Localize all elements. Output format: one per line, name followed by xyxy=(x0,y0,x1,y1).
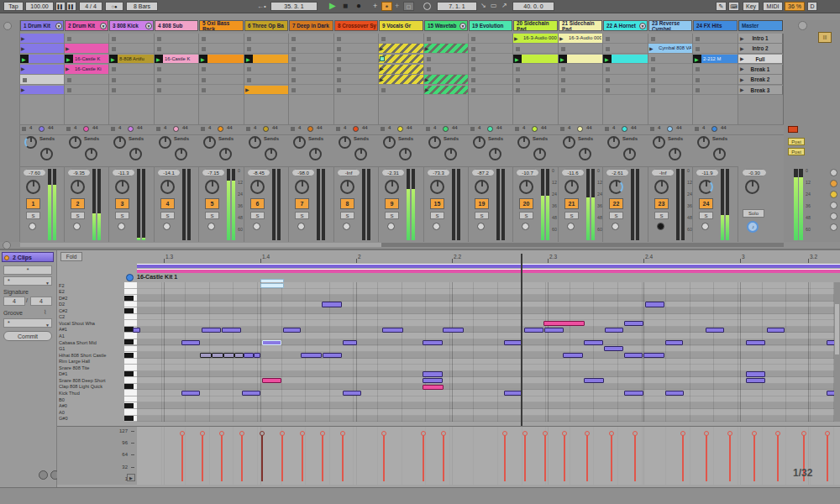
track-stop-button[interactable] xyxy=(381,127,385,131)
send-a-knob[interactable] xyxy=(159,136,171,149)
clip-stop-button[interactable] xyxy=(247,67,251,71)
track-stop-button[interactable] xyxy=(111,127,115,131)
velocity-stem[interactable] xyxy=(634,435,636,481)
clip-stop-button[interactable] xyxy=(157,67,161,71)
clip-slot[interactable] xyxy=(469,65,512,75)
clip-slot[interactable] xyxy=(424,34,468,44)
piano-key-black[interactable] xyxy=(124,296,134,301)
velocity-stem-head[interactable] xyxy=(562,431,567,436)
clip-launch-button[interactable]: ▶ xyxy=(65,55,73,64)
volume-value[interactable]: -2.31 xyxy=(381,169,405,176)
track-stop-button[interactable] xyxy=(336,127,340,131)
clip-slot[interactable] xyxy=(109,65,154,75)
piano-key[interactable] xyxy=(124,396,137,403)
clip-slot[interactable] xyxy=(424,55,468,65)
fold-group-icon[interactable]: ▾ xyxy=(55,23,62,29)
clip-launch-button[interactable]: ▶ xyxy=(380,66,384,71)
clip-slot[interactable]: ▶ xyxy=(20,55,64,65)
clip-stop-button[interactable] xyxy=(67,37,71,41)
velocity-stem-head[interactable] xyxy=(219,431,224,436)
clip-slot[interactable] xyxy=(559,75,602,85)
clip-stop-button[interactable] xyxy=(157,88,161,92)
clip-slot[interactable] xyxy=(289,34,333,44)
clip-launch-button[interactable]: ▶ xyxy=(66,45,70,51)
velocity-stem-head[interactable] xyxy=(609,431,614,436)
clip-slot[interactable] xyxy=(559,65,602,75)
clip-stop-button[interactable] xyxy=(606,47,610,51)
clip-launch-button[interactable]: ▶ xyxy=(109,55,118,64)
pan-knob[interactable] xyxy=(115,180,129,194)
arm-button[interactable] xyxy=(567,223,575,230)
clip-slot[interactable] xyxy=(289,55,333,65)
send-a-knob[interactable] xyxy=(563,136,575,149)
fold-group-icon[interactable]: ▾ xyxy=(145,23,152,29)
pan-knob[interactable] xyxy=(699,180,713,194)
midi-note[interactable] xyxy=(645,302,664,307)
volume-value[interactable]: -10.7 xyxy=(516,169,539,176)
clip-slot[interactable]: ▶ xyxy=(244,86,288,96)
clip-stop-button[interactable] xyxy=(471,47,475,51)
clip-slot[interactable] xyxy=(199,86,244,96)
clip-slot[interactable]: ▶ xyxy=(20,44,64,54)
midi-note[interactable] xyxy=(665,340,683,345)
send-a-knob[interactable] xyxy=(697,136,710,149)
arm-button[interactable] xyxy=(477,223,485,230)
send-b-knob[interactable] xyxy=(40,148,53,160)
clip-slot[interactable]: ▶ xyxy=(424,44,468,54)
clip-launch-button[interactable]: ▶ xyxy=(380,76,384,82)
clip-stop-button[interactable] xyxy=(651,78,655,82)
volume-value[interactable]: -14.1 xyxy=(157,169,181,176)
solo-button[interactable]: S xyxy=(250,212,265,219)
mixer-section-toggle[interactable] xyxy=(830,169,837,176)
pan-knob[interactable] xyxy=(609,180,623,194)
clip-slot[interactable] xyxy=(334,65,378,75)
velocity-stem[interactable] xyxy=(261,435,263,481)
clip-slot[interactable] xyxy=(155,34,198,44)
clip-slot[interactable] xyxy=(65,75,108,85)
show-browser-button[interactable] xyxy=(3,22,12,30)
track-stop-button[interactable] xyxy=(470,127,475,131)
track-activator[interactable]: 9 xyxy=(385,198,399,209)
track-header-3-808-kick[interactable]: 3 808 Kick▾ xyxy=(109,20,154,31)
velocity-stem-head[interactable] xyxy=(340,431,345,436)
pan-knob[interactable] xyxy=(385,180,399,194)
signature-denominator[interactable]: 4 xyxy=(30,297,52,306)
volume-value[interactable]: -Inf xyxy=(651,169,675,176)
arm-button[interactable] xyxy=(701,223,709,230)
send-b-knob[interactable] xyxy=(219,148,232,160)
clip-name-field[interactable]: * xyxy=(3,265,52,275)
velocity-stem[interactable] xyxy=(202,435,203,481)
send-a-knob[interactable] xyxy=(69,136,81,149)
clip-slot[interactable] xyxy=(469,86,512,96)
clip-slot[interactable] xyxy=(603,34,648,44)
clip-slot[interactable] xyxy=(603,65,648,75)
volume-value[interactable]: -Inf xyxy=(337,169,360,176)
velocity-stem-head[interactable] xyxy=(680,431,685,436)
send-b-knob[interactable] xyxy=(444,148,457,160)
velocity-stem[interactable] xyxy=(302,435,303,481)
clip-stop-button[interactable] xyxy=(23,78,27,82)
velocity-stem-head[interactable] xyxy=(801,431,806,436)
velocity-stem-head[interactable] xyxy=(522,431,528,436)
clip-slot[interactable]: ▶16-Castle K xyxy=(155,55,198,65)
track-stop-button[interactable] xyxy=(291,127,295,131)
track-header-5-oxi-bass-rack[interactable]: 5 Oxi Bass Rack xyxy=(199,20,244,31)
master-solo-button[interactable]: Solo xyxy=(743,209,764,218)
velocity-stem[interactable] xyxy=(342,435,344,481)
editor-loop-button[interactable] xyxy=(39,470,48,480)
clip-stop-button[interactable] xyxy=(561,47,565,51)
velocity-stem-head[interactable] xyxy=(381,431,386,436)
midi-note[interactable] xyxy=(234,353,244,358)
clip-slot[interactable] xyxy=(199,34,244,44)
clip-stop-button[interactable] xyxy=(202,67,206,71)
track-stop-button[interactable] xyxy=(66,127,71,131)
clip-slot[interactable] xyxy=(65,86,108,96)
clip-stop-button[interactable] xyxy=(202,47,206,51)
velocity-stem[interactable] xyxy=(383,435,385,481)
clip-launch-button[interactable]: ▶ xyxy=(21,66,25,71)
master-pan-knob[interactable] xyxy=(745,180,759,194)
clip-stop-button[interactable] xyxy=(337,37,341,41)
send-a-knob[interactable] xyxy=(428,136,441,149)
clip-launch-button[interactable]: ▶ xyxy=(559,55,567,64)
return-b-post-toggle[interactable]: Post xyxy=(788,148,805,155)
